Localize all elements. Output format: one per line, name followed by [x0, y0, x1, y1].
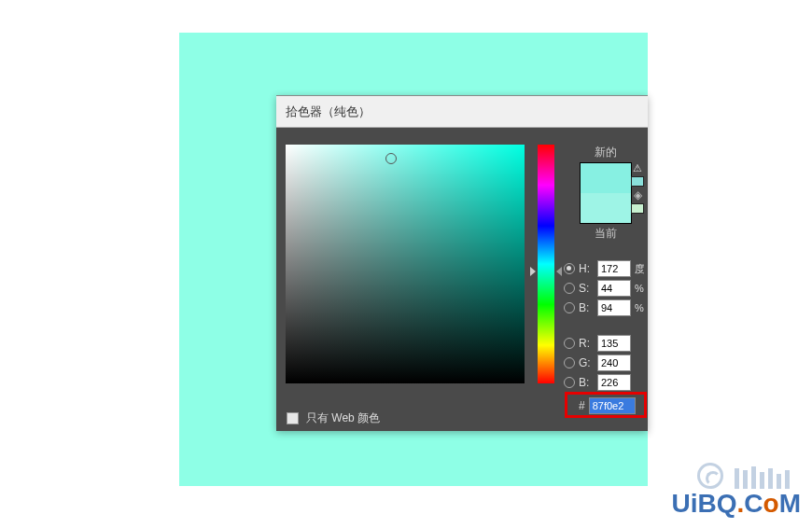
- new-color-label: 新的: [595, 145, 617, 160]
- dialog-title: 拾色器（纯色）: [276, 96, 648, 128]
- hue-row: H: 度: [564, 260, 648, 277]
- label-b: B:: [579, 301, 594, 314]
- input-s[interactable]: [597, 280, 631, 297]
- watermark-prefix: UiBQ: [672, 489, 737, 518]
- color-picker-dialog: 拾色器（纯色） 新的 当前 ⚠ ◈: [276, 95, 648, 431]
- watermark-m: M: [779, 489, 801, 518]
- current-color-swatch[interactable]: [581, 193, 631, 223]
- right-column: 新的 当前 ⚠ ◈ H: 度: [564, 145, 648, 414]
- watermark-circle-icon: [697, 463, 723, 489]
- input-r[interactable]: [597, 335, 631, 352]
- radio-bv[interactable]: [564, 377, 575, 388]
- color-field-cursor: [385, 153, 397, 164]
- current-color-label: 当前: [595, 226, 617, 242]
- input-h[interactable]: [597, 260, 631, 277]
- watermark-decoration: [697, 463, 790, 489]
- web-colors-label: 只有 Web 颜色: [306, 410, 380, 426]
- warning-icons: ⚠ ◈: [631, 161, 644, 214]
- watermark-c: C: [744, 489, 763, 518]
- hue-slider[interactable]: [538, 145, 554, 383]
- color-field[interactable]: [286, 145, 525, 383]
- hex-row: #: [564, 397, 648, 414]
- websafe-warning-icon[interactable]: ◈: [631, 188, 644, 201]
- watermark-o: o: [763, 489, 779, 518]
- input-bv[interactable]: [597, 374, 631, 391]
- label-h: H:: [579, 262, 594, 275]
- radio-r[interactable]: [564, 338, 575, 349]
- label-g: G:: [579, 356, 594, 369]
- radio-s[interactable]: [564, 283, 575, 294]
- suffix-b: %: [635, 302, 644, 313]
- hex-input[interactable]: [589, 397, 636, 414]
- websafe-correction-swatch[interactable]: [631, 203, 644, 214]
- watermark: UiBQ.CoM: [672, 489, 801, 519]
- radio-g[interactable]: [564, 357, 575, 368]
- brightness-row: B: %: [564, 299, 648, 316]
- gamut-correction-swatch[interactable]: [631, 176, 644, 187]
- radio-h[interactable]: [564, 263, 575, 274]
- hue-indicator-right-icon: [556, 267, 562, 276]
- saturation-row: S: %: [564, 280, 648, 297]
- web-colors-checkbox[interactable]: [287, 412, 299, 424]
- hue-indicator-left-icon: [530, 267, 536, 276]
- input-g[interactable]: [597, 354, 631, 371]
- gamut-warning-icon[interactable]: ⚠: [631, 161, 644, 174]
- suffix-s: %: [635, 283, 644, 294]
- label-bv: B:: [579, 376, 594, 389]
- label-r: R:: [579, 337, 594, 350]
- suffix-h: 度: [635, 262, 644, 276]
- green-row: G:: [564, 354, 648, 371]
- input-b[interactable]: [597, 299, 631, 316]
- blue-row: B:: [564, 374, 648, 391]
- dialog-body: 新的 当前 ⚠ ◈ H: 度: [276, 128, 648, 431]
- color-value-rows: H: 度 S: % B: %: [564, 260, 648, 414]
- radio-b[interactable]: [564, 302, 575, 313]
- red-row: R:: [564, 335, 648, 352]
- new-color-swatch: [581, 163, 631, 193]
- label-s: S:: [579, 282, 594, 295]
- hex-label: #: [579, 399, 585, 412]
- web-colors-row: 只有 Web 颜色: [287, 410, 380, 426]
- color-swatch-box: [580, 162, 632, 224]
